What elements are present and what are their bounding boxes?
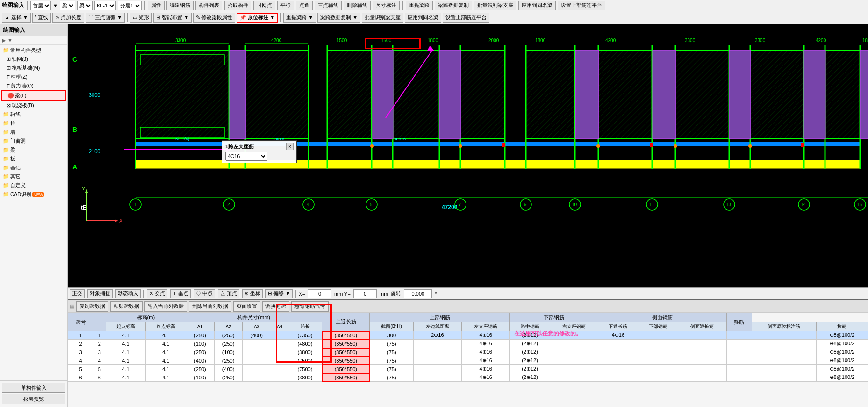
table-cell[interactable]: (250) bbox=[186, 348, 215, 356]
dynamic-input-btn[interactable]: 动态输入 bbox=[115, 289, 141, 298]
table-cell[interactable] bbox=[678, 365, 726, 373]
table-cell[interactable]: 4⊕16 bbox=[461, 373, 509, 382]
tree-column[interactable]: T 柱框(Z) bbox=[1, 73, 66, 81]
table-cell[interactable]: 4.1 bbox=[146, 356, 186, 365]
table-cell[interactable] bbox=[271, 331, 288, 340]
table-cell[interactable]: 4 bbox=[93, 356, 106, 365]
table-cell[interactable] bbox=[726, 340, 752, 348]
table-cell[interactable]: (2⊕12) bbox=[510, 348, 550, 356]
table-cell[interactable]: 6 bbox=[93, 373, 106, 382]
apply-same-name-btn[interactable]: 应用到同名梁 bbox=[518, 1, 556, 10]
table-cell[interactable]: 4⊕16 bbox=[598, 331, 638, 340]
property-btn[interactable]: 属性 bbox=[148, 1, 165, 10]
table-cell[interactable] bbox=[752, 348, 816, 356]
table-cell[interactable] bbox=[752, 373, 816, 382]
coordinate-btn[interactable]: ⊕ 坐标 bbox=[242, 289, 263, 298]
tree-axis[interactable]: 📁 轴线 bbox=[1, 110, 66, 119]
table-cell[interactable]: 1 bbox=[93, 331, 106, 340]
table-cell[interactable]: 3 bbox=[68, 348, 93, 356]
table-cell[interactable] bbox=[271, 348, 288, 356]
table-cell[interactable] bbox=[243, 348, 271, 356]
table-cell[interactable] bbox=[271, 340, 288, 348]
tree-col[interactable]: 📁 柱 bbox=[1, 119, 66, 128]
table-cell[interactable] bbox=[638, 373, 678, 382]
report-preview-btn[interactable]: 报表预览 bbox=[2, 394, 65, 404]
table-cell[interactable]: (2⊕12) bbox=[510, 356, 550, 365]
table-cell[interactable]: ⊕8@100/2 bbox=[816, 356, 868, 365]
edit-rebar-btn[interactable]: 编辑钢筋 bbox=[166, 1, 194, 10]
x-input[interactable] bbox=[308, 289, 331, 298]
y-input[interactable] bbox=[353, 289, 377, 298]
table-cell[interactable] bbox=[678, 331, 726, 340]
tree-foundation[interactable]: 📁 基础 bbox=[1, 163, 66, 172]
tree-raft-foundation[interactable]: ⊡ 筏板基础(M) bbox=[1, 64, 66, 73]
table-cell[interactable]: 300 bbox=[370, 331, 413, 340]
intersection-btn[interactable]: ✕ 交点 bbox=[147, 289, 167, 298]
table-row[interactable]: 114.14.1(250)(250)(400)(7350)(350*550)30… bbox=[68, 331, 868, 340]
copy-span-btn[interactable]: 梁跨数据复制 bbox=[435, 1, 472, 10]
pick-component-btn[interactable]: 拾取构件 bbox=[224, 1, 251, 10]
tree-other[interactable]: 📁 其它 bbox=[1, 172, 66, 181]
table-cell[interactable]: (75) bbox=[370, 373, 413, 382]
table-cell[interactable]: (7500) bbox=[288, 365, 322, 373]
table-cell[interactable]: 4.1 bbox=[146, 373, 186, 382]
point-length-btn[interactable]: ⊙ 点加长度 bbox=[52, 13, 84, 23]
table-cell[interactable]: (75) bbox=[370, 348, 413, 356]
table-cell[interactable]: 2 bbox=[68, 340, 93, 348]
apply-same-btn2[interactable]: 应用到同名梁 bbox=[405, 13, 441, 23]
tree-cad-identify[interactable]: 📁 CAD识别 NEW bbox=[1, 190, 66, 199]
batch-identify-btn[interactable]: 批量识别梁支座 bbox=[474, 1, 516, 10]
table-cell[interactable]: 4⊕16 bbox=[461, 348, 509, 356]
table-cell[interactable] bbox=[678, 348, 726, 356]
paste-span-data-btn[interactable]: 粘贴跨数据 bbox=[110, 301, 143, 312]
table-cell[interactable] bbox=[726, 356, 752, 365]
component-type-select[interactable]: 梁 bbox=[60, 1, 75, 10]
table-cell[interactable]: (350*550) bbox=[322, 331, 370, 340]
midpoint-btn[interactable]: ◇ 中点 bbox=[194, 289, 215, 298]
table-cell[interactable]: (75) bbox=[370, 356, 413, 365]
table-row[interactable]: 664.14.1(100)(250)(3800)(350*550)(75)4⊕1… bbox=[68, 373, 868, 382]
re-extract-span-btn[interactable]: 重提梁跨 bbox=[406, 1, 433, 10]
table-cell[interactable]: 5 bbox=[93, 365, 106, 373]
table-cell[interactable]: 4.1 bbox=[106, 331, 146, 340]
table-cell[interactable] bbox=[550, 356, 598, 365]
mesh-btn[interactable]: 封网点 bbox=[253, 1, 275, 10]
table-cell[interactable]: (250) bbox=[214, 373, 243, 382]
dimension-btn[interactable]: 尺寸标注 bbox=[373, 1, 400, 10]
table-cell[interactable] bbox=[752, 365, 816, 373]
input-current-col-btn[interactable]: 输入当前列数据 bbox=[144, 301, 187, 312]
tree-wall[interactable]: 📁 墙 bbox=[1, 128, 66, 137]
table-cell[interactable] bbox=[726, 348, 752, 356]
table-cell[interactable]: (4800) bbox=[288, 340, 322, 348]
beam-id-select[interactable]: KL-1 bbox=[94, 1, 116, 10]
tree-door-window[interactable]: 📁 门窗洞 bbox=[1, 137, 66, 145]
table-cell[interactable]: 4.1 bbox=[146, 340, 186, 348]
table-cell[interactable]: (350*550) bbox=[322, 373, 370, 382]
table-cell[interactable] bbox=[752, 356, 816, 365]
delete-aux-btn[interactable]: 删除辅线 bbox=[344, 1, 371, 10]
tree-common-types[interactable]: 📁 常用构件类型 bbox=[1, 46, 66, 55]
table-cell[interactable] bbox=[638, 356, 678, 365]
table-cell[interactable]: 4⊕16 bbox=[461, 365, 509, 373]
set-top-rebar-btn[interactable]: 设置上部筋连平台 bbox=[558, 1, 605, 10]
table-cell[interactable]: (250) bbox=[186, 365, 215, 373]
table-cell[interactable] bbox=[243, 356, 271, 365]
re-extract-span-btn2[interactable]: 重提梁跨 ▼ bbox=[283, 13, 316, 23]
table-cell[interactable] bbox=[243, 365, 271, 373]
table-cell[interactable]: ⊕8@100/2 bbox=[816, 348, 868, 356]
table-cell[interactable]: (250) bbox=[214, 340, 243, 348]
table-cell[interactable] bbox=[413, 340, 461, 348]
sidebar-expand-icon[interactable]: ▶ bbox=[2, 37, 6, 44]
table-cell[interactable]: 4.1 bbox=[106, 373, 146, 382]
orthogonal-btn[interactable]: 正交 bbox=[70, 289, 85, 298]
vertex-btn[interactable]: △ 顶点 bbox=[218, 289, 239, 298]
table-row[interactable]: 444.14.1(400)(250)(7500)(350*550)(75)4⊕1… bbox=[68, 356, 868, 365]
table-cell[interactable] bbox=[598, 348, 638, 356]
table-cell[interactable]: 3 bbox=[93, 348, 106, 356]
table-cell[interactable]: ⊕8@100/2 bbox=[816, 373, 868, 382]
copy-span-data-btn[interactable]: 复制跨数据 bbox=[76, 301, 108, 312]
table-cell[interactable]: (75) bbox=[370, 340, 413, 348]
table-cell[interactable]: (2⊕12) bbox=[510, 365, 550, 373]
table-cell[interactable]: (350*550) bbox=[322, 365, 370, 373]
tree-shear-wall[interactable]: T 剪力墙(Q) bbox=[1, 81, 66, 90]
